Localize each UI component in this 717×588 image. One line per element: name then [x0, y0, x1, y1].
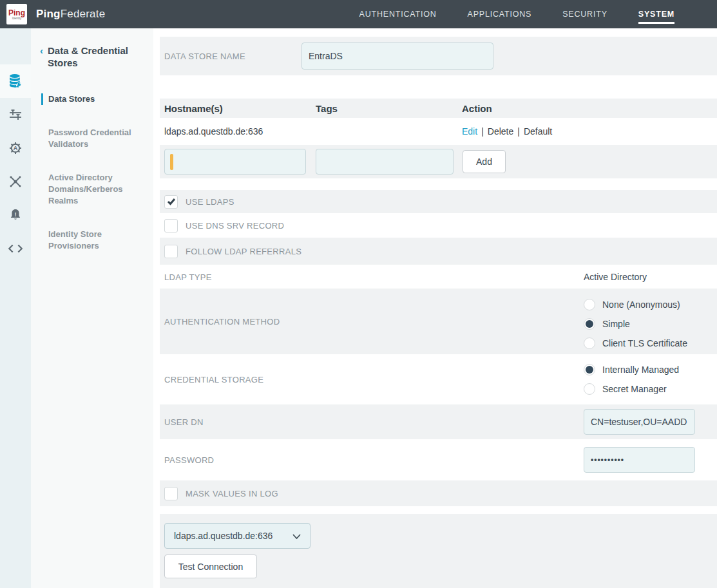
product-title: PingFederate: [36, 8, 105, 21]
none-anonymous-radio[interactable]: [584, 299, 595, 310]
mask-values-checkbox[interactable]: [164, 487, 178, 500]
top-navigation-bar: Ping Identity PingFederate AUTHENTICATIO…: [0, 0, 717, 28]
authentication-method-row: AUTHENTICATION METHOD None (Anonymous) S…: [160, 289, 717, 354]
test-hostname-selected-value: ldaps.ad.questdb.de:636: [174, 531, 272, 541]
mask-values-label: MASK VALUES IN LOG: [186, 489, 278, 498]
section-sidebar: ‹ Data & Credential Stores Data Stores P…: [31, 28, 153, 588]
radio-row-none-anonymous: None (Anonymous): [584, 295, 687, 314]
authentication-method-options: None (Anonymous) Simple Client TLS Certi…: [584, 295, 687, 353]
main-nav: AUTHENTICATION APPLICATIONS SECURITY SYS…: [359, 10, 674, 19]
add-hostname-button[interactable]: Add: [463, 150, 506, 173]
credential-storage-row: CREDENTIAL STORAGE Internally Managed Se…: [160, 354, 717, 404]
rail-item-tools[interactable]: [0, 165, 31, 198]
follow-ldap-referrals-row: FOLLOW LDAP REFERRALS: [160, 238, 717, 265]
action-separator: |: [481, 126, 484, 137]
internally-managed-radio[interactable]: [584, 364, 595, 375]
rail-item-code[interactable]: [0, 232, 31, 265]
password-row: PASSWORD: [160, 439, 717, 480]
credential-storage-options: Internally Managed Secret Manager: [584, 360, 679, 399]
gear-a-icon: A: [8, 140, 23, 156]
nav-authentication[interactable]: AUTHENTICATION: [359, 10, 437, 19]
text-cursor: [170, 154, 173, 170]
sidebar-item-password-credential-validators[interactable]: Password Credential Validators: [41, 127, 139, 150]
ping-identity-logo[interactable]: Ping Identity: [6, 4, 27, 24]
rail-spacer: [0, 28, 31, 64]
new-hostname-input[interactable]: [164, 149, 306, 175]
rail-item-alerts[interactable]: !: [0, 198, 31, 232]
rail-item-data-stores[interactable]: [0, 64, 31, 98]
data-store-name-input[interactable]: [301, 43, 493, 70]
use-ldaps-row: USE LDAPS: [160, 190, 717, 213]
ldap-type-label: LDAP TYPE: [164, 272, 212, 281]
chevron-down-icon: [292, 531, 301, 541]
mask-values-row: MASK VALUES IN LOG: [160, 480, 717, 506]
use-dns-srv-label: USE DNS SRV RECORD: [186, 221, 284, 231]
use-dns-srv-row: USE DNS SRV RECORD: [160, 213, 717, 238]
nav-security[interactable]: SECURITY: [562, 10, 607, 19]
test-connection-section: ldaps.ad.questdb.de:636 Test Connection: [160, 514, 717, 588]
hostnames-column-header: Hostname(s): [164, 103, 223, 114]
default-link[interactable]: Default: [524, 126, 552, 137]
data-store-name-label: DATA STORE NAME: [164, 52, 245, 61]
authentication-method-label: AUTHENTICATION METHOD: [164, 317, 280, 327]
add-hostname-row: Add: [160, 145, 717, 178]
icon-rail: A: [0, 28, 31, 588]
follow-ldap-referrals-checkbox[interactable]: [164, 245, 178, 258]
hostname-table-row: ldaps.ad.questdb.de:636 Edit|Delete|Defa…: [160, 118, 717, 145]
radio-row-simple: Simple: [584, 314, 687, 334]
use-dns-srv-checkbox[interactable]: [164, 219, 178, 232]
secret-manager-radio[interactable]: [584, 383, 595, 395]
new-tags-input[interactable]: [316, 149, 454, 175]
test-hostname-select[interactable]: ldaps.ad.questdb.de:636: [164, 523, 311, 549]
data-store-form: DATA STORE NAME Hostname(s) Tags Action …: [153, 28, 717, 588]
back-chevron-icon: ‹: [40, 44, 43, 69]
rail-item-sliders[interactable]: [0, 98, 31, 131]
credential-storage-label: CREDENTIAL STORAGE: [164, 375, 263, 384]
ldap-type-value: Active Directory: [584, 272, 647, 282]
sidebar-item-identity-store-provisioners[interactable]: Identity Store Provisioners: [41, 229, 139, 252]
pingfederate-admin-screen: Ping Identity PingFederate AUTHENTICATIO…: [0, 0, 717, 588]
svg-text:!: !: [15, 211, 17, 218]
data-store-name-row: DATA STORE NAME: [160, 37, 717, 75]
radio-row-internally-managed: Internally Managed: [584, 360, 679, 379]
nav-applications[interactable]: APPLICATIONS: [468, 10, 532, 19]
delete-link[interactable]: Delete: [488, 126, 513, 137]
none-anonymous-label: None (Anonymous): [602, 299, 680, 310]
sidebar-title: Data & Credential Stores: [48, 44, 144, 69]
hostnames-table-header: Hostname(s) Tags Action: [160, 99, 717, 118]
ldap-type-row: LDAP TYPE Active Directory: [160, 265, 717, 289]
sidebar-items: Data Stores Password Credential Validato…: [41, 93, 153, 252]
user-dn-label: USER DN: [164, 417, 204, 427]
test-connection-button[interactable]: Test Connection: [164, 555, 257, 578]
bell-alert-icon: !: [8, 207, 23, 223]
user-dn-input[interactable]: [584, 409, 695, 435]
sliders-icon: [8, 107, 23, 122]
simple-label: Simple: [602, 319, 630, 329]
nav-system[interactable]: SYSTEM: [638, 10, 674, 19]
tags-column-header: Tags: [316, 103, 338, 114]
code-brackets-icon: [7, 240, 24, 257]
wrench-cross-icon: [8, 174, 23, 189]
hostname-actions: Edit|Delete|Default: [462, 126, 552, 137]
product-title-bold: Ping: [36, 8, 61, 20]
rail-item-gear[interactable]: A: [0, 131, 31, 165]
sidebar-back-header[interactable]: ‹ Data & Credential Stores: [40, 44, 144, 69]
logo-text: Ping: [8, 9, 25, 17]
database-key-icon: [7, 73, 24, 90]
svg-text:A: A: [14, 145, 18, 151]
internally-managed-label: Internally Managed: [602, 365, 679, 375]
secret-manager-label: Secret Manager: [602, 384, 667, 394]
password-input[interactable]: [584, 447, 695, 473]
product-title-light: Federate: [61, 8, 106, 20]
use-ldaps-label: USE LDAPS: [186, 197, 234, 207]
sidebar-item-data-stores[interactable]: Data Stores: [41, 93, 139, 105]
action-separator: |: [517, 126, 520, 137]
password-label: PASSWORD: [164, 455, 214, 465]
use-ldaps-checkbox[interactable]: [164, 195, 178, 209]
simple-radio[interactable]: [584, 318, 595, 330]
client-tls-label: Client TLS Certificate: [602, 338, 687, 348]
logo-subtext: Identity: [12, 17, 22, 20]
sidebar-item-ad-domains-kerberos-realms[interactable]: Active Directory Domains/Kerberos Realms: [41, 172, 139, 207]
client-tls-radio[interactable]: [584, 337, 595, 349]
edit-link[interactable]: Edit: [462, 126, 477, 137]
